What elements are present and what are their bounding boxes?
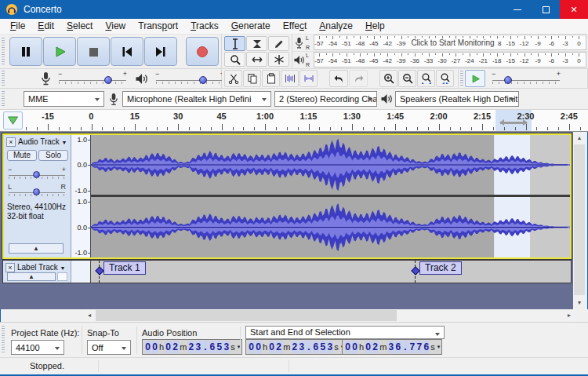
- close-button[interactable]: ✕: [560, 0, 588, 19]
- time-unit[interactable]: s: [430, 342, 436, 352]
- audio-host-dropdown[interactable]: MME: [24, 91, 104, 107]
- recording-meter-scale[interactable]: -57-54-51-48-45-42-39-36-33-30-27-24-21-…: [314, 35, 586, 50]
- toolbar-grip[interactable]: [2, 91, 5, 108]
- selection-start-field[interactable]: 00h02m23.653s▾: [245, 339, 346, 355]
- gain-thumb[interactable]: [33, 171, 40, 178]
- label-area[interactable]: Track 1Track 2: [91, 261, 571, 283]
- time-digit[interactable]: 0: [269, 341, 275, 353]
- time-digit[interactable]: 6: [313, 341, 319, 353]
- time-digit[interactable]: 0: [256, 341, 262, 353]
- menu-item-tracks[interactable]: Tracks: [184, 19, 225, 34]
- playback-meter-scale[interactable]: -57-54-51-48-45-42-39-36-33-30-27-24-21-…: [314, 52, 586, 68]
- time-digit[interactable]: 6: [395, 341, 401, 353]
- timeline-pin-button[interactable]: [3, 111, 23, 130]
- menu-item-generate[interactable]: Generate: [225, 19, 277, 34]
- record-button[interactable]: [186, 37, 219, 66]
- time-digit[interactable]: 0: [249, 341, 255, 353]
- time-unit[interactable]: s: [230, 342, 236, 352]
- time-digit[interactable]: 3: [299, 341, 305, 353]
- trim-audio-button[interactable]: [281, 70, 299, 87]
- menu-item-analyze[interactable]: Analyze: [313, 19, 359, 34]
- time-digit[interactable]: 0: [145, 341, 151, 353]
- stop-button[interactable]: [77, 37, 110, 66]
- time-digit[interactable]: 6: [209, 341, 216, 353]
- scroll-down-button[interactable]: ▾: [573, 297, 586, 309]
- recording-meter-toolbar[interactable]: LR -57-54-51-48-45-42-39-36-33-30-27-24-…: [292, 35, 588, 52]
- time-digit[interactable]: 5: [320, 341, 326, 353]
- time-digit[interactable]: .: [306, 341, 312, 353]
- undo-button[interactable]: [329, 70, 348, 87]
- time-unit[interactable]: m: [282, 342, 291, 352]
- track-title-menu[interactable]: Audio Track ▼: [18, 137, 67, 146]
- time-digit[interactable]: 5: [216, 341, 223, 353]
- slider-thumb[interactable]: [504, 76, 512, 84]
- pan-thumb[interactable]: [33, 188, 40, 195]
- envelope-tool-button[interactable]: [246, 36, 267, 51]
- selection-mode-dropdown[interactable]: Start and End of Selection: [245, 326, 445, 339]
- time-digit[interactable]: 2: [372, 341, 379, 353]
- draw-tool-button[interactable]: [268, 36, 289, 51]
- time-unit[interactable]: h: [158, 342, 165, 352]
- menu-item-help[interactable]: Help: [359, 19, 391, 34]
- time-unit[interactable]: h: [358, 342, 365, 352]
- track-area[interactable]: × Audio Track ▼ Mute Solo − + L R Stereo…: [0, 132, 575, 309]
- close-track-button[interactable]: ×: [6, 137, 16, 147]
- time-digit[interactable]: 3: [388, 341, 394, 353]
- recording-device-dropdown[interactable]: Microphone (Realtek High Defini: [122, 91, 271, 107]
- time-digit[interactable]: 2: [188, 341, 194, 353]
- time-digit[interactable]: .: [202, 341, 209, 353]
- label-chip[interactable]: Track 1: [103, 261, 146, 275]
- waveform-channel-right[interactable]: [91, 197, 570, 257]
- close-track-button[interactable]: ×: [5, 263, 15, 272]
- menu-item-view[interactable]: View: [99, 19, 132, 34]
- time-unit[interactable]: m: [179, 342, 187, 352]
- mute-button[interactable]: Mute: [7, 150, 37, 161]
- pan-slider[interactable]: L R: [7, 184, 67, 199]
- time-digit[interactable]: 2: [292, 341, 298, 353]
- monitoring-overlay-text[interactable]: Click to Start Monitoring: [408, 38, 497, 47]
- waveform-channel-left[interactable]: [91, 135, 570, 195]
- audio-position-field[interactable]: 00h02m23.653s▾: [142, 339, 242, 355]
- menu-item-file[interactable]: File: [4, 19, 31, 34]
- time-digit[interactable]: 0: [352, 341, 358, 353]
- recording-channels-dropdown[interactable]: 2 (Stereo) Recording Channels: [274, 91, 377, 107]
- horizontal-scrollbar[interactable]: ◂ ▸: [83, 309, 575, 322]
- playback-device-dropdown[interactable]: Speakers (Realtek High Definiti: [395, 91, 519, 107]
- menu-item-edit[interactable]: Edit: [31, 19, 60, 34]
- scroll-left-button[interactable]: ◂: [83, 309, 96, 322]
- zoom-fit-button[interactable]: [436, 70, 454, 87]
- time-digit[interactable]: 0: [345, 341, 351, 353]
- menu-item-select[interactable]: Select: [60, 19, 99, 34]
- slider-thumb[interactable]: [199, 76, 207, 84]
- title-bar[interactable]: Concerto ✕: [0, 0, 588, 19]
- vertical-scrollbar[interactable]: ▴ ▾: [573, 132, 586, 309]
- play-at-speed-button[interactable]: [465, 70, 485, 87]
- cut-button[interactable]: [224, 70, 242, 87]
- timeline-ruler[interactable]: -1501530451:001:151:301:452:002:152:302:…: [25, 110, 586, 131]
- time-digit[interactable]: .: [402, 341, 408, 353]
- waveform-display[interactable]: [91, 135, 570, 257]
- toolbar-grip[interactable]: [460, 71, 463, 86]
- time-unit[interactable]: s: [333, 342, 339, 352]
- label-marker-handle[interactable]: [95, 266, 103, 275]
- menu-item-transport[interactable]: Transport: [132, 19, 184, 34]
- zoom-to-selection-button[interactable]: [417, 70, 435, 87]
- label-track[interactable]: × Label Track ▼ ▲ Track 1Track 2: [2, 260, 572, 283]
- selection-end-field[interactable]: 00h02m36.776s▾: [342, 339, 442, 355]
- collapse-track-button[interactable]: ▲: [7, 272, 56, 281]
- snap-to-dropdown[interactable]: Off: [87, 340, 131, 355]
- skip-to-start-button[interactable]: [111, 37, 143, 66]
- time-digit[interactable]: 3: [223, 341, 230, 353]
- time-digit[interactable]: 0: [152, 341, 158, 353]
- time-digit[interactable]: 7: [409, 341, 416, 353]
- paste-button[interactable]: [262, 70, 280, 87]
- playback-meter-toolbar[interactable]: LR -57-54-51-48-45-42-39-36-33-30-27-24-…: [292, 52, 588, 69]
- selection-tool-button[interactable]: [224, 36, 245, 51]
- scroll-right-button[interactable]: ▸: [563, 309, 575, 322]
- toolbar-grip[interactable]: [2, 38, 5, 64]
- time-caret-icon[interactable]: ▾: [437, 344, 441, 350]
- collapse-track-button[interactable]: ▲: [9, 243, 64, 254]
- solo-button[interactable]: Solo: [38, 150, 68, 161]
- playback-volume-slider[interactable]: − +: [154, 70, 226, 87]
- time-digit[interactable]: 7: [416, 341, 423, 353]
